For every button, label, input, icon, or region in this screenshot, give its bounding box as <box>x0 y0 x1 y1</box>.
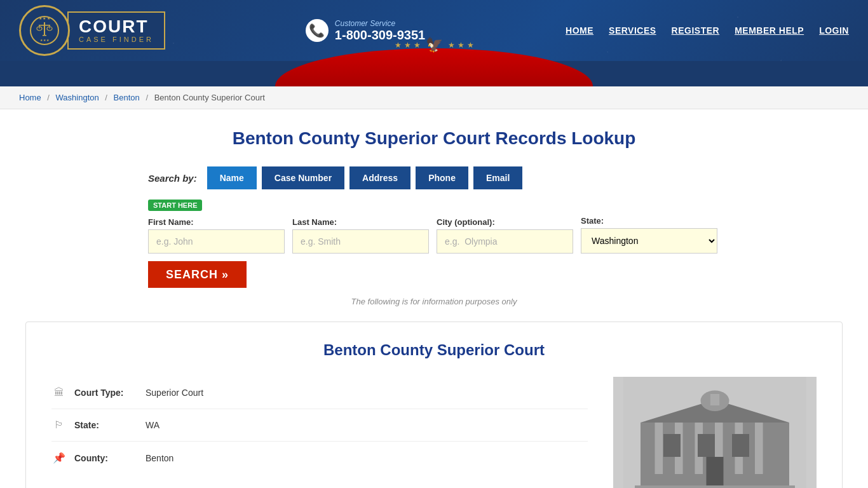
start-here-badge: START HERE <box>148 200 202 211</box>
svg-rect-23 <box>635 485 795 488</box>
eagle-icon: 🦅 <box>426 37 443 53</box>
svg-rect-13 <box>655 423 663 474</box>
nav-services[interactable]: SERVICES <box>609 25 656 36</box>
eagle-area: ★★★ 🦅 ★★★ <box>395 37 474 53</box>
nav-member-help[interactable]: MEMBER HELP <box>735 25 804 36</box>
svg-rect-18 <box>755 423 763 474</box>
pin-icon: 📌 <box>51 452 67 464</box>
table-row: 🏳 State: WA <box>51 409 588 442</box>
city-input[interactable] <box>437 229 573 254</box>
city-label: City (optional): <box>437 217 573 227</box>
breadcrumb-state[interactable]: Washington <box>56 93 99 102</box>
first-name-input[interactable] <box>148 229 285 254</box>
search-by-row: Search by: Name Case Number Address Phon… <box>148 166 720 189</box>
court-card: Benton County Superior Court 🏛 Court Typ… <box>25 322 843 488</box>
court-building-image <box>613 377 817 488</box>
state-value-card: WA <box>146 420 159 430</box>
first-name-field-group: First Name: <box>148 217 285 254</box>
svg-rect-8 <box>43 35 46 36</box>
nav-login[interactable]: LOGIN <box>819 25 849 36</box>
page-title: Benton County Superior Court Records Loo… <box>25 128 843 149</box>
svg-rect-21 <box>732 434 749 457</box>
table-row: 🏛 Court Type: Superior Court <box>51 377 588 409</box>
county-label: County: <box>74 453 138 463</box>
court-info-table: 🏛 Court Type: Superior Court 🏳 State: WA… <box>51 377 588 488</box>
last-name-label: Last Name: <box>292 217 429 227</box>
first-name-label: First Name: <box>148 217 285 227</box>
state-label: State: <box>581 216 717 226</box>
tab-address[interactable]: Address <box>349 166 410 189</box>
city-field-group: City (optional): <box>437 217 573 254</box>
tab-case-number[interactable]: Case Number <box>262 166 344 189</box>
state-label-card: State: <box>74 420 138 430</box>
nav-register[interactable]: REGISTER <box>672 25 720 36</box>
svg-rect-26 <box>710 394 719 405</box>
search-fields-row: First Name: Last Name: City (optional): … <box>148 216 720 288</box>
state-field-group: State: Washington <box>581 216 717 254</box>
search-section: Search by: Name Case Number Address Phon… <box>148 166 720 306</box>
phone-icon: 📞 <box>306 19 329 42</box>
logo-area[interactable]: ★ ★ ★ ★ ★ ★ COURT CASE FINDER <box>19 5 165 56</box>
nav-home[interactable]: HOME <box>566 25 593 36</box>
search-by-label: Search by: <box>148 173 197 184</box>
site-header: ★ ★ ★ ★ ★ ★ COURT CASE FINDER 📞 <box>0 0 868 86</box>
court-card-title: Benton County Superior Court <box>51 341 817 359</box>
last-name-field-group: Last Name: <box>292 217 429 254</box>
logo-text: COURT CASE FINDER <box>67 11 165 50</box>
state-select[interactable]: Washington <box>581 228 717 254</box>
court-type-value: Superior Court <box>146 388 203 398</box>
svg-text:★ ★ ★: ★ ★ ★ <box>40 38 50 42</box>
info-note: The following is for information purpose… <box>148 297 720 306</box>
tab-phone[interactable]: Phone <box>416 166 468 189</box>
breadcrumb-county[interactable]: Benton <box>114 93 140 102</box>
breadcrumb: Home / Washington / Benton / Benton Coun… <box>0 86 868 109</box>
building-icon: 🏛 <box>51 387 67 398</box>
tab-name[interactable]: Name <box>207 166 257 189</box>
breadcrumb-home[interactable]: Home <box>19 93 41 102</box>
main-content: Benton County Superior Court Records Loo… <box>0 109 868 488</box>
flag-icon: 🏳 <box>51 419 67 431</box>
court-type-label: Court Type: <box>74 388 138 398</box>
court-card-body: 🏛 Court Type: Superior Court 🏳 State: WA… <box>51 377 817 488</box>
breadcrumb-current: Benton County Superior Court <box>154 93 265 102</box>
table-row: 📌 County: Benton <box>51 442 588 474</box>
last-name-input[interactable] <box>292 229 429 254</box>
main-nav: HOME SERVICES REGISTER MEMBER HELP LOGIN <box>566 25 849 36</box>
logo-circle: ★ ★ ★ ★ ★ ★ <box>19 5 70 56</box>
county-value: Benton <box>146 453 173 463</box>
svg-rect-3 <box>39 25 50 26</box>
search-button[interactable]: SEARCH » <box>148 261 247 288</box>
tab-email[interactable]: Email <box>473 166 522 189</box>
cs-label: Customer Service <box>335 19 425 28</box>
svg-rect-20 <box>698 434 715 457</box>
svg-rect-19 <box>663 434 681 457</box>
svg-rect-22 <box>707 457 724 485</box>
svg-text:★ ★ ★: ★ ★ ★ <box>39 17 50 20</box>
svg-rect-2 <box>44 22 45 35</box>
